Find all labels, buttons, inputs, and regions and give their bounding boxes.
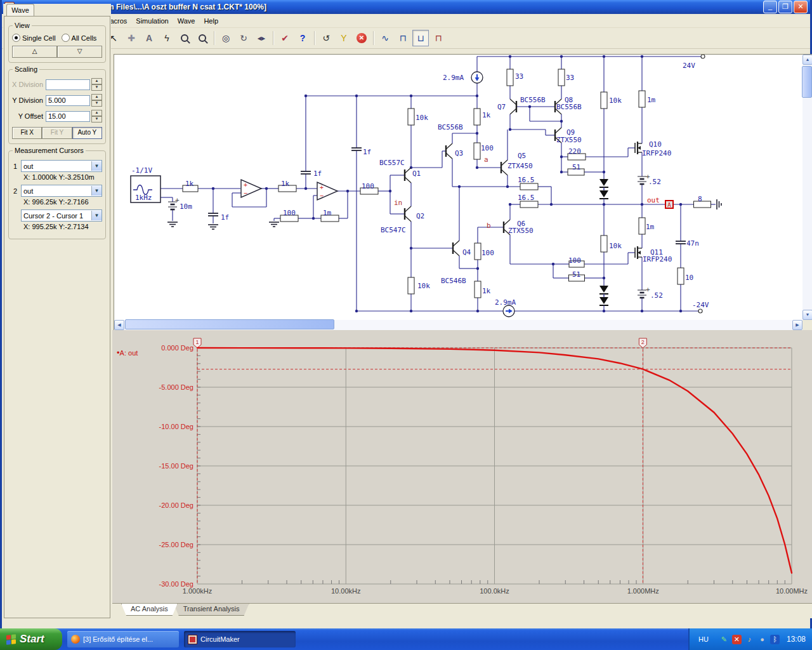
wave-panel: Wave View Single Cell All Cells △ ▽ Scal… [3,4,111,618]
task-circuitmaker[interactable]: CircuitMaker [184,631,296,647]
chevron-down-icon[interactable]: ▼ [91,211,102,220]
cursor2-signal-combo[interactable]: out ▼ [21,185,102,197]
cursor-flag[interactable]: 1 [195,339,199,345]
text-tool-button[interactable]: A [141,30,157,46]
scroll-right-icon[interactable]: ▶ [792,320,802,330]
chevron-down-icon[interactable]: ▼ [91,186,102,196]
tab-transient-analysis[interactable]: Transient Analysis [174,604,249,616]
stop-simulation-button[interactable]: ✕ [353,30,370,46]
title-bar[interactable]: CircuitMaker - [C:\Program Files\...\A o… [2,0,810,14]
waveform-mixed-icon: ⊔ [417,33,424,43]
waveform-digital-button[interactable]: ⊓ [395,30,411,46]
cursor-flag[interactable]: 2 [641,339,645,345]
help-button[interactable]: ? [294,30,311,46]
probe-tool-button[interactable] [176,30,193,46]
single-cell-radio[interactable] [12,34,20,42]
waveform-analog-button[interactable]: ∿ [377,30,393,46]
menu-simulation[interactable]: Simulation [131,15,173,27]
check-wiring-button[interactable]: ✔ [277,30,293,46]
close-button[interactable]: ✕ [794,1,808,13]
circuitmaker-icon [188,635,197,644]
component-label: ZTX550 [556,136,582,144]
menu-help[interactable]: Help [199,15,223,27]
schematic-horizontal-scrollbar[interactable]: ◀ ▶ [114,320,802,330]
schematic-canvas[interactable]: +−+−A-1/1V1kHz1k10m1f1k1001m1f1001finBC5… [114,55,802,320]
split-view-icon: ◀▶ [258,36,265,41]
y-offset-label: Y Offset [12,112,43,120]
minimize-button[interactable]: _ [763,1,777,13]
security-shield-tray-icon[interactable]: ✕ [732,635,742,644]
cell-up-button[interactable]: △ [12,46,57,58]
wire-tool-button[interactable]: ϟ [159,30,175,46]
scroll-left-icon[interactable]: ◀ [114,320,124,330]
task-firefox-label: [3] Erősítő építése el... [83,635,153,643]
scroll-down-icon[interactable]: ▼ [802,310,812,320]
hscroll-thumb[interactable] [125,319,334,329]
text-tool-icon: A [146,33,152,43]
component-label: 1m [647,96,656,104]
component-label: 1k [482,111,491,119]
rotate-button[interactable]: ↻ [235,30,252,46]
scroll-up-icon[interactable]: ▲ [802,55,812,65]
reset-simulation-button[interactable]: ↺ [318,30,334,46]
tab-ac-analysis[interactable]: AC Analysis [121,604,178,616]
x-tick-label: 1.000kHz [183,587,212,595]
component-label: Q3 [455,149,463,157]
component-label: + [175,196,180,204]
all-cells-radio[interactable] [62,34,70,42]
probe-setup-button[interactable]: Y [336,30,352,46]
component-label: 100 [481,144,494,152]
waveform-setup-button[interactable]: ⊓ [430,30,447,46]
menu-bar: File Edit View Options Macros Simulation… [2,14,810,28]
component-label: 10k [416,114,428,122]
language-indicator[interactable]: HU [698,635,709,643]
split-view-button[interactable]: ◀▶ [253,30,270,46]
component-label: 1kHz [135,194,152,202]
y-tick-label: -10.00 Deg [159,423,193,430]
component-label: .52 [648,178,661,186]
component-label: + [646,286,650,294]
zoom-tool-button[interactable] [194,30,211,46]
device-tray-icon[interactable]: ● [757,635,767,644]
graphics-tray-icon[interactable]: ✎ [719,635,729,644]
start-button[interactable]: Start [0,628,62,650]
component-label: BC547C [381,226,406,234]
schematic-vertical-scrollbar[interactable]: ▲ ▼ [802,55,812,320]
y-offset-spinner[interactable]: ▲▼ [91,110,102,123]
task-firefox[interactable]: [3] Erősítő építése el... [67,631,179,647]
vscroll-thumb[interactable] [802,66,812,98]
x-division-input [46,79,90,90]
component-label: 10k [609,242,622,250]
fit-x-button[interactable]: Fit X [12,127,42,139]
cell-down-button[interactable]: ▽ [57,46,102,58]
cursor-diff-combo[interactable]: Cursor 2 - Cursor 1 ▼ [21,209,102,222]
y-division-input[interactable] [46,95,90,106]
stop-icon: ✕ [357,33,367,43]
cursor1-index: 1 [12,162,18,170]
part-tool-icon: ✚ [128,33,135,43]
auto-y-button[interactable]: Auto Y [72,127,102,139]
tab-wave[interactable]: Wave [6,4,34,17]
component-label: 1m [323,209,332,217]
waveform-digital-icon: ⊓ [400,33,407,43]
bluetooth-tray-icon[interactable]: ᛒ [770,635,780,644]
waveform-mixed-button[interactable]: ⊔ [412,30,429,46]
part-tool-button[interactable]: ✚ [123,30,140,46]
svg-text:+: + [244,182,247,189]
x-division-label: X Division [12,81,43,88]
chevron-down-icon[interactable]: ▼ [91,161,102,171]
menu-wave[interactable]: Wave [173,15,200,27]
component-label: 8 [698,195,702,203]
zoom-window-button[interactable]: ◎ [218,30,234,46]
waveform-plot[interactable]: 0.000 Deg-5.000 Deg-10.00 Deg-15.00 Deg-… [112,330,812,603]
component-label: Q1 [412,169,421,178]
cursor1-signal-combo[interactable]: out ▼ [21,160,102,172]
volume-tray-icon[interactable]: ♪ [745,635,754,644]
waveform-setup-icon: ⊓ [435,33,442,43]
scaling-group-label: Scaling [13,65,39,73]
x-tick-label: 10.00MHz [776,587,808,595]
y-division-spinner[interactable]: ▲▼ [91,94,102,107]
y-offset-input[interactable] [46,111,90,122]
restore-button[interactable]: ❐ [778,1,792,13]
component-label: + [646,173,650,181]
